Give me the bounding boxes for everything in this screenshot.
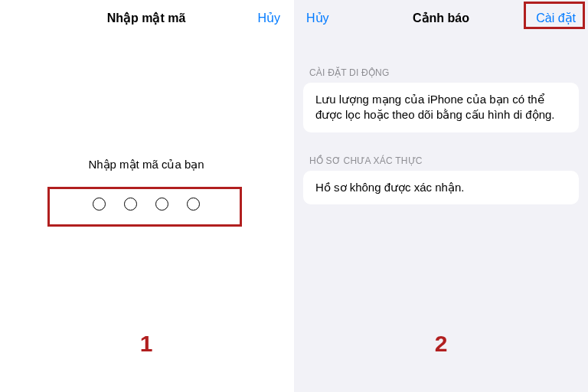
section-header-unverified: HỒ SƠ CHƯA XÁC THỰC: [294, 155, 588, 166]
cancel-button[interactable]: Hủy: [257, 11, 280, 25]
nav-title: Nhập mật mã: [66, 11, 227, 25]
passcode-screen: Nhập mật mã Hủy Nhập mật mã của bạn 1: [0, 0, 294, 392]
step-number: 1: [0, 331, 292, 357]
highlight-box: [524, 2, 585, 29]
cancel-button[interactable]: Hủy: [306, 11, 329, 25]
warning-screen: Hủy Cảnh báo Cài đặt CÀI ĐẶT DI ĐỘNG Lưu…: [294, 0, 588, 392]
step-number: 2: [294, 331, 588, 357]
mobile-settings-warning: Lưu lượng mạng của iPhone của bạn có thể…: [303, 83, 579, 132]
unverified-profile-warning: Hồ sơ không được xác nhận.: [303, 171, 579, 204]
section-header-mobile: CÀI ĐẶT DI ĐỘNG: [294, 67, 588, 78]
highlight-box: [47, 187, 242, 227]
navbar-left: Nhập mật mã Hủy: [0, 0, 292, 35]
passcode-prompt: Nhập mật mã của bạn: [0, 158, 292, 172]
nav-title: Cảnh báo: [360, 11, 522, 25]
